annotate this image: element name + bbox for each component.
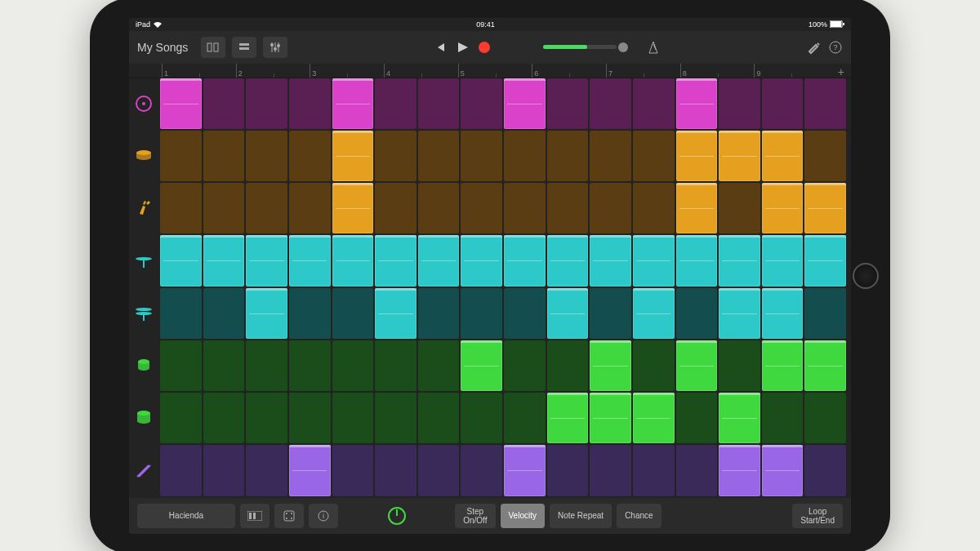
- step-cell[interactable]: [590, 78, 631, 129]
- step-cell[interactable]: [590, 235, 631, 286]
- step-cell[interactable]: [332, 445, 374, 495]
- step-cell[interactable]: [461, 288, 502, 339]
- settings-button[interactable]: [807, 40, 822, 55]
- step-cell[interactable]: [804, 131, 846, 181]
- step-cell[interactable]: [504, 183, 546, 233]
- step-cell[interactable]: [719, 183, 760, 233]
- step-cell[interactable]: [160, 445, 202, 495]
- step-cell[interactable]: [246, 340, 287, 391]
- step-cell[interactable]: [676, 340, 718, 391]
- step-cell[interactable]: [289, 445, 331, 495]
- step-cell[interactable]: [375, 183, 416, 233]
- step-cell[interactable]: [332, 393, 374, 443]
- step-cell[interactable]: [804, 393, 846, 443]
- info-button[interactable]: i: [309, 504, 338, 528]
- step-cell[interactable]: [160, 183, 202, 233]
- step-cell[interactable]: [676, 235, 718, 286]
- clap-icon[interactable]: [129, 183, 158, 233]
- step-cell[interactable]: [289, 235, 331, 286]
- step-cell[interactable]: [504, 445, 546, 495]
- step-cell[interactable]: [504, 131, 546, 181]
- step-cell[interactable]: [375, 393, 416, 443]
- step-cell[interactable]: [762, 393, 804, 443]
- step-cell[interactable]: [547, 393, 589, 443]
- step-cell[interactable]: [461, 445, 502, 495]
- volume-slider[interactable]: [543, 42, 628, 52]
- step-cell[interactable]: [375, 445, 416, 495]
- step-cell[interactable]: [203, 288, 245, 339]
- sticks-icon[interactable]: [129, 445, 158, 495]
- step-cell[interactable]: [418, 78, 460, 129]
- step-cell[interactable]: [804, 340, 846, 391]
- step-cell[interactable]: [246, 131, 287, 181]
- step-cell[interactable]: [418, 393, 460, 443]
- step-cell[interactable]: [375, 340, 416, 391]
- step-cell[interactable]: [289, 78, 331, 129]
- step-cell[interactable]: [332, 288, 374, 339]
- hihat-open-icon[interactable]: [129, 288, 158, 339]
- step-cell[interactable]: [461, 78, 502, 129]
- step-cell[interactable]: [633, 78, 675, 129]
- step-cell[interactable]: [719, 288, 760, 339]
- step-cell[interactable]: [504, 393, 546, 443]
- step-cell[interactable]: [719, 340, 760, 391]
- step-cell[interactable]: [504, 235, 546, 286]
- step-cell[interactable]: [332, 131, 374, 181]
- note-repeat-button[interactable]: Note Repeat: [550, 504, 612, 528]
- step-cell[interactable]: [590, 288, 631, 339]
- loop-button[interactable]: Loop Start/End: [792, 504, 843, 528]
- step-cell[interactable]: [804, 78, 846, 129]
- step-cell[interactable]: [461, 340, 502, 391]
- pattern-button[interactable]: [240, 504, 270, 528]
- step-cell[interactable]: [461, 183, 502, 233]
- step-cell[interactable]: [590, 183, 631, 233]
- step-cell[interactable]: [547, 235, 589, 286]
- step-cell[interactable]: [547, 445, 589, 495]
- power-button[interactable]: [385, 504, 409, 528]
- step-cell[interactable]: [332, 340, 374, 391]
- step-cell[interactable]: [762, 78, 804, 129]
- step-cell[interactable]: [719, 445, 760, 495]
- step-cell[interactable]: [676, 183, 718, 233]
- step-cell[interactable]: [547, 183, 589, 233]
- step-cell[interactable]: [719, 78, 760, 129]
- step-cell[interactable]: [633, 393, 675, 443]
- step-cell[interactable]: [590, 131, 631, 181]
- step-cell[interactable]: [246, 78, 287, 129]
- step-cell[interactable]: [804, 445, 846, 495]
- step-cell[interactable]: [762, 445, 804, 495]
- step-cell[interactable]: [203, 183, 245, 233]
- step-cell[interactable]: [804, 288, 846, 339]
- step-cell[interactable]: [547, 288, 589, 339]
- metronome-button[interactable]: [646, 40, 661, 55]
- step-cell[interactable]: [246, 183, 287, 233]
- step-cell[interactable]: [719, 393, 760, 443]
- step-cell[interactable]: [418, 235, 460, 286]
- tom-hi-icon[interactable]: [129, 340, 158, 391]
- step-cell[interactable]: [375, 288, 416, 339]
- snare-icon[interactable]: [129, 131, 158, 181]
- step-cell[interactable]: [762, 131, 804, 181]
- step-cell[interactable]: [246, 288, 287, 339]
- step-cell[interactable]: [332, 235, 374, 286]
- step-cell[interactable]: [332, 78, 374, 129]
- step-cell[interactable]: [203, 78, 245, 129]
- step-cell[interactable]: [418, 183, 460, 233]
- step-cell[interactable]: [633, 235, 675, 286]
- mixer-button[interactable]: [263, 37, 287, 58]
- step-cell[interactable]: [289, 183, 331, 233]
- step-cell[interactable]: [762, 340, 804, 391]
- step-cell[interactable]: [633, 445, 675, 495]
- step-cell[interactable]: [203, 131, 245, 181]
- step-cell[interactable]: [461, 131, 502, 181]
- step-cell[interactable]: [160, 131, 202, 181]
- ruler[interactable]: 123456789 +: [129, 64, 851, 78]
- step-onoff-button[interactable]: Step On/Off: [455, 504, 495, 528]
- step-cell[interactable]: [375, 235, 416, 286]
- step-cell[interactable]: [633, 183, 675, 233]
- step-cell[interactable]: [633, 288, 675, 339]
- step-cell[interactable]: [289, 131, 331, 181]
- hihat-closed-icon[interactable]: [129, 235, 158, 286]
- step-cell[interactable]: [590, 445, 631, 495]
- step-cell[interactable]: [461, 393, 502, 443]
